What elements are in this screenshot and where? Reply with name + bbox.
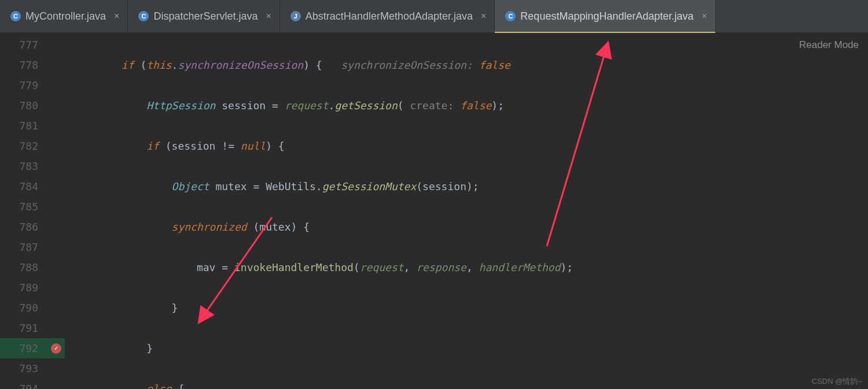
watermark: CSDN @情韵~ [812, 376, 862, 387]
tab-bar: C MyController.java × C DispatcherServle… [0, 0, 868, 32]
breakpoint-icon[interactable] [51, 343, 61, 354]
gutter-line-786[interactable]: 786 [0, 217, 65, 237]
tab-mycontroller[interactable]: C MyController.java × [0, 0, 128, 32]
tab-requestmappinghandleradapter[interactable]: C RequestMappingHandlerAdapter.java × [495, 0, 716, 32]
close-icon[interactable]: × [111, 11, 119, 21]
class-icon: C [505, 11, 516, 21]
gutter-line-792[interactable]: 792 [0, 338, 65, 358]
close-icon[interactable]: × [263, 11, 271, 21]
gutter-line-777[interactable]: 777 [0, 35, 65, 55]
code-line-784: } [78, 338, 868, 358]
tab-label: AbstractHandlerMethodAdapter.java [306, 10, 473, 23]
close-icon[interactable]: × [477, 11, 486, 21]
code-line-777: if (this.synchronizeOnSession) { synchro… [78, 55, 868, 75]
gutter-line-791[interactable]: 791 [0, 318, 65, 338]
gutter-line-790[interactable]: 790 [0, 298, 65, 318]
tab-label: MyController.java [25, 10, 106, 23]
gutter-line-794[interactable]: 794 [0, 379, 65, 389]
java-icon: J [290, 11, 301, 21]
gutter-line-783[interactable]: 783 [0, 156, 65, 176]
code-line-782: mav = invokeHandlerMethod(request, respo… [78, 257, 868, 277]
gutter-line-793[interactable]: 793 [0, 358, 65, 379]
gutter-line-787[interactable]: 787 [0, 237, 65, 257]
gutter-line-782[interactable]: 782 [0, 136, 65, 156]
code-line-781: synchronized (mutex) { [78, 217, 868, 237]
tab-label: RequestMappingHandlerAdapter.java [520, 10, 693, 23]
code-line-780: Object mutex = WebUtils.getSessionMutex(… [78, 176, 868, 197]
gutter-line-785[interactable]: 785 [0, 197, 65, 217]
close-icon[interactable]: × [698, 11, 707, 21]
gutter-line-789[interactable]: 789 [0, 277, 65, 298]
tab-label: DispatcherServlet.java [153, 10, 258, 23]
code-line-778: HttpSession session = request.getSession… [78, 95, 868, 116]
gutter-line-784[interactable]: 784 [0, 176, 65, 197]
code-line-785: else { [78, 379, 868, 389]
code-area[interactable]: if (this.synchronizeOnSession) { synchro… [65, 32, 868, 389]
gutter-line-781[interactable]: 781 [0, 116, 65, 136]
tab-dispatcherservlet[interactable]: C DispatcherServlet.java × [128, 0, 279, 32]
gutter: 7777787797807817827837847857867877887897… [0, 32, 65, 389]
class-icon: C [138, 11, 149, 21]
gutter-line-780[interactable]: 780 [0, 95, 65, 116]
gutter-line-778[interactable]: 778 [0, 55, 65, 75]
tab-abstracthandler[interactable]: J AbstractHandlerMethodAdapter.java × [280, 0, 495, 32]
class-icon: C [10, 11, 21, 21]
editor: Reader Mode 7777787797807817827837847857… [0, 32, 868, 389]
code-line-779: if (session != null) { [78, 136, 868, 156]
code-line-783: } [78, 298, 868, 318]
gutter-line-779[interactable]: 779 [0, 75, 65, 95]
gutter-line-788[interactable]: 788 [0, 257, 65, 277]
